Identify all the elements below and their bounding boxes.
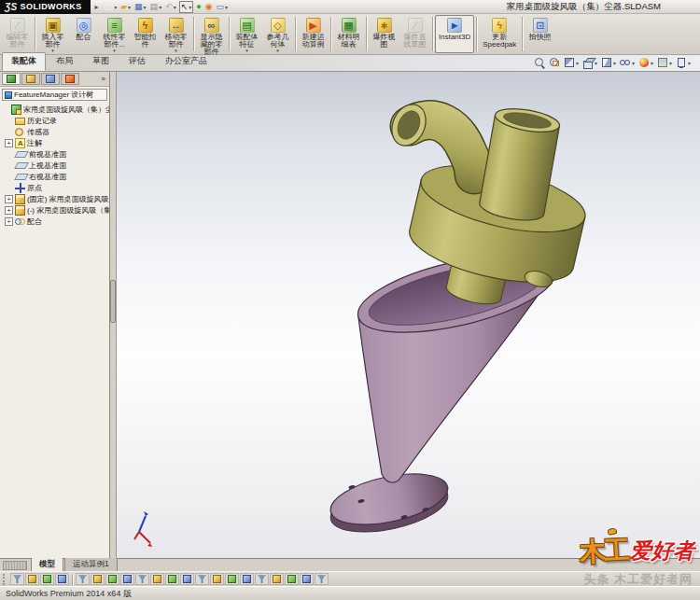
filter-weld-beads-button[interactable]: [300, 573, 314, 585]
zoom-to-fit-button[interactable]: [534, 57, 545, 68]
view-orientation-button[interactable]: ▾: [582, 57, 597, 68]
new-motion-study-button[interactable]: ▶新建运动算例: [298, 15, 329, 53]
select-button[interactable]: ↖▾: [179, 1, 194, 13]
view-settings-button[interactable]: ▾: [676, 57, 691, 68]
configurationmanager-tab[interactable]: [41, 73, 60, 85]
smart-fasteners-button[interactable]: ϟ智能扣件: [130, 15, 161, 53]
motion-bar-handle[interactable]: [3, 561, 27, 570]
assembly-features-button[interactable]: ▤装配体特征▾: [231, 15, 262, 53]
edit-component-button[interactable]: ∕编辑零部件: [2, 15, 33, 53]
tree-item[interactable]: 原点: [0, 182, 109, 193]
featuremanager-tab[interactable]: [2, 73, 21, 85]
outlet-elbow-part[interactable]: [385, 99, 474, 174]
save-button[interactable]: ▦▾: [133, 1, 147, 13]
dropdown-arrow-icon[interactable]: ▾: [144, 4, 147, 10]
section-view-button[interactable]: ▾: [564, 57, 579, 68]
filter-solid-bodies-button[interactable]: [135, 573, 149, 585]
tree-item[interactable]: +(固定) 家用桌面级旋风吸（集）尘器: [0, 193, 109, 204]
ribbon-tab-4[interactable]: 评估: [119, 52, 155, 71]
filter-sketch-points-button[interactable]: [225, 573, 239, 585]
insert-components-button[interactable]: ▣插入零部件▾: [37, 15, 68, 53]
file-properties-button[interactable]: ▭▾: [216, 1, 230, 13]
ribbon-tab-1[interactable]: 装配体: [2, 52, 46, 71]
expand-icon[interactable]: +: [5, 206, 13, 215]
select-tool-options-button[interactable]: [55, 573, 69, 585]
dropdown-arrow-icon[interactable]: ▾: [245, 49, 248, 53]
feature-manager-header[interactable]: FeatureManager 设计树: [2, 89, 107, 101]
tree-item[interactable]: 上视基准面: [0, 160, 109, 171]
tree-item[interactable]: 前视基准面: [0, 148, 109, 160]
dropdown-arrow-icon[interactable]: ▾: [159, 4, 161, 10]
print-button[interactable]: ▤▾: [149, 1, 163, 13]
dropdown-arrow-icon[interactable]: ▾: [688, 60, 691, 66]
explode-line-sketch-button[interactable]: ∕爆炸直线草图: [399, 15, 430, 53]
filter-midpoints-button[interactable]: [255, 573, 269, 585]
smart-selection-button[interactable]: [76, 573, 90, 585]
take-snapshot-button[interactable]: ⊡拍快照: [525, 15, 555, 53]
dropdown-arrow-icon[interactable]: ▾: [632, 60, 635, 66]
dropdown-arrow-icon[interactable]: ▾: [651, 60, 653, 66]
filter-routing-points-button[interactable]: [315, 573, 329, 585]
new-file-button[interactable]: ▢▾: [105, 1, 119, 13]
tree-item[interactable]: +注解: [0, 137, 109, 148]
ribbon-tab-3[interactable]: 草图: [83, 52, 119, 71]
filter-origins-button[interactable]: [180, 573, 194, 585]
filter-toolbar-toggle-button[interactable]: [10, 573, 24, 585]
dropdown-arrow-icon[interactable]: ▾: [669, 60, 672, 66]
filter-dimensions-button[interactable]: [270, 573, 284, 585]
dropdown-arrow-icon[interactable]: ▾: [595, 60, 597, 66]
dropdown-arrow-icon[interactable]: ▾: [174, 4, 176, 10]
filter-planes-button[interactable]: [165, 573, 179, 585]
tree-item[interactable]: 历史记录: [0, 115, 109, 126]
dropdown-arrow-icon[interactable]: ▾: [613, 60, 616, 66]
filter-reference-points-button[interactable]: [210, 573, 224, 585]
splitter-grip[interactable]: [110, 280, 116, 323]
dropdown-arrow-icon[interactable]: ▾: [576, 60, 579, 66]
select-tool-button[interactable]: [40, 573, 54, 585]
options-button[interactable]: ◉: [204, 1, 214, 13]
expand-icon[interactable]: +: [5, 217, 13, 226]
open-file-button[interactable]: ▰▾: [119, 1, 132, 13]
dropdown-arrow-icon[interactable]: ▾: [276, 49, 279, 53]
filter-sketch-segments-button[interactable]: [240, 573, 254, 585]
hide-show-items-button[interactable]: ▾: [620, 57, 635, 68]
panel-splitter[interactable]: [110, 72, 117, 558]
graphics-viewport[interactable]: 木工 爱好者: [117, 72, 700, 558]
linear-component-pattern-button[interactable]: ≡线性零部件...▾: [99, 15, 130, 53]
tree-item[interactable]: 右视基准面: [0, 171, 109, 182]
tree-item[interactable]: 传感器: [0, 126, 109, 137]
filter-axes-button[interactable]: [150, 573, 164, 585]
ribbon-tab-2[interactable]: 布局: [47, 52, 82, 71]
dropdown-arrow-icon[interactable]: ▾: [114, 4, 117, 10]
exploded-view-button[interactable]: ∗爆炸视图: [369, 15, 399, 53]
zoom-to-area-button[interactable]: [549, 57, 560, 68]
filter-faces-button[interactable]: [120, 573, 134, 585]
dropdown-arrow-icon[interactable]: ▾: [189, 4, 191, 10]
edit-appearance-button[interactable]: ▾: [638, 57, 653, 68]
model-canvas[interactable]: [117, 72, 699, 558]
mate-button[interactable]: ◎配合: [68, 15, 99, 53]
dropdown-arrow-icon[interactable]: ▾: [225, 4, 228, 10]
reference-geometry-button[interactable]: ◇参考几何体▾: [262, 15, 293, 53]
expand-icon[interactable]: +: [5, 139, 13, 147]
motion-tab-1[interactable]: 模型: [31, 557, 63, 571]
apply-scene-button[interactable]: ▾: [657, 57, 672, 68]
motion-tab-2[interactable]: 运动算例1: [64, 557, 118, 571]
toolbar-grip[interactable]: [3, 574, 7, 585]
filter-annotations-button[interactable]: [285, 573, 299, 585]
instant3d-button[interactable]: ►Instant3D: [435, 15, 474, 53]
ribbon-tab-5[interactable]: 办公室产品: [156, 52, 217, 71]
panel-overflow-chevron[interactable]: »: [102, 75, 107, 83]
filter-edges-button[interactable]: [105, 573, 119, 585]
menu-expand-arrow-icon[interactable]: ▸: [95, 3, 99, 11]
tree-item[interactable]: +配合: [0, 216, 109, 227]
undo-button[interactable]: ↶▾: [164, 1, 177, 13]
move-component-button[interactable]: ↔移动零部件▾: [161, 15, 191, 53]
dropdown-arrow-icon[interactable]: ▾: [128, 4, 131, 10]
dimxpertmanager-tab[interactable]: [61, 73, 79, 85]
show-hidden-components-button[interactable]: ∞显示隐藏的零部件: [196, 15, 227, 53]
expand-icon[interactable]: +: [5, 195, 13, 203]
display-style-button[interactable]: ▾: [601, 57, 616, 68]
propertymanager-tab[interactable]: [21, 73, 40, 85]
filter-coordinate-systems-button[interactable]: [195, 573, 209, 585]
